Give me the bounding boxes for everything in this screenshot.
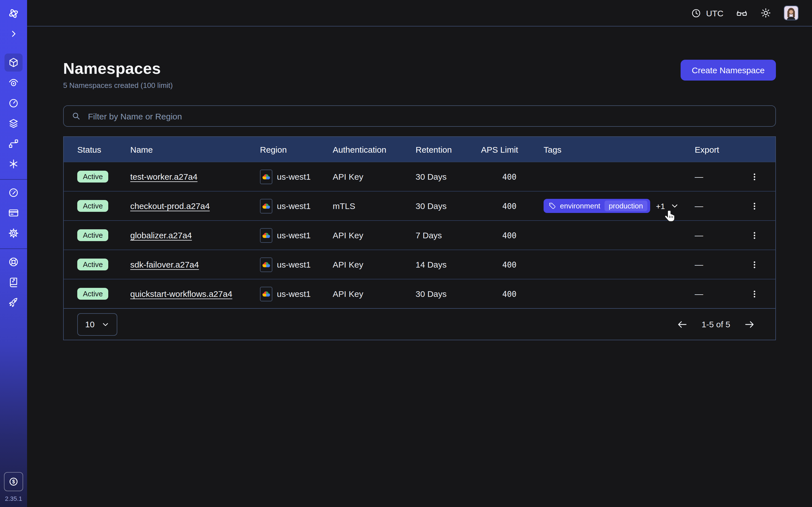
table-header-row: Status Name Region Authentication Retent…	[64, 137, 775, 162]
arrow-right-icon	[744, 319, 755, 330]
sidebar-item-namespaces[interactable]	[4, 54, 22, 71]
pagination-range: 1-5 of 5	[702, 320, 730, 329]
accessibility-glasses-button[interactable]	[736, 7, 748, 19]
column-header-authentication: Authentication	[333, 145, 416, 154]
branch-icon	[8, 138, 19, 149]
gcp-region-icon	[260, 286, 272, 301]
aps-limit-cell: 400	[481, 231, 544, 240]
tag-key: environment	[560, 202, 600, 210]
gcp-region-icon	[260, 257, 272, 272]
status-badge: Active	[77, 288, 109, 300]
sidebar-item-usage[interactable]	[4, 184, 22, 202]
svg-text:$: $	[12, 479, 15, 485]
row-actions-button[interactable]	[748, 228, 761, 242]
filter-search-box[interactable]	[63, 105, 776, 127]
previous-page-button[interactable]	[677, 319, 688, 330]
sidebar-expand-button[interactable]	[4, 25, 22, 43]
sidebar-item-billing[interactable]	[4, 204, 22, 222]
gcp-region-icon	[260, 199, 272, 213]
lifebuoy-icon	[8, 256, 19, 268]
sun-icon	[760, 7, 771, 18]
sidebar-item-workflows[interactable]	[4, 135, 22, 153]
status-badge: Active	[77, 259, 109, 270]
sidebar-item-docs[interactable]	[4, 273, 22, 291]
create-namespace-button[interactable]: Create Namespace	[680, 60, 776, 80]
sidebar-item-insights[interactable]	[4, 74, 22, 92]
user-avatar[interactable]	[784, 6, 799, 20]
credits-badge-button[interactable]: $	[4, 472, 23, 491]
region-label: us-west1	[277, 230, 311, 240]
app-version: 2.35.1	[5, 495, 22, 502]
page-title: Namespaces	[63, 60, 173, 78]
column-header-export: Export	[695, 145, 746, 154]
sidebar-item-asterisk[interactable]	[4, 155, 22, 173]
gcp-region-icon	[260, 228, 272, 242]
namespace-link[interactable]: globalizer.a27a4	[130, 230, 192, 240]
namespace-link[interactable]: sdk-failover.a27a4	[130, 260, 199, 269]
sidebar-item-settings[interactable]	[4, 224, 22, 242]
topbar: UTC	[27, 0, 812, 26]
aps-limit-cell: 400	[481, 172, 544, 181]
namespace-link[interactable]: quickstart-workflows.a27a4	[130, 289, 232, 298]
status-badge: Active	[77, 171, 109, 182]
kebab-menu-icon	[750, 231, 759, 240]
column-header-status: Status	[77, 145, 130, 154]
auth-cell: API Key	[333, 260, 416, 269]
column-header-retention: Retention	[416, 145, 481, 154]
region-label: us-west1	[277, 201, 311, 211]
row-actions-button[interactable]	[748, 258, 761, 271]
sidebar-item-layers[interactable]	[4, 114, 22, 132]
timezone-selector[interactable]: UTC	[691, 8, 723, 18]
row-actions-button[interactable]	[748, 170, 761, 183]
table-row: Active quickstart-workflows.a27a4 us-wes…	[64, 279, 775, 308]
export-cell: —	[695, 289, 746, 298]
sidebar: $ 2.35.1	[0, 0, 27, 507]
aps-limit-cell: 400	[481, 260, 544, 269]
table-row: Active sdk-failover.a27a4 us-west1 API K…	[64, 249, 775, 279]
auth-cell: API Key	[333, 289, 416, 298]
next-page-button[interactable]	[744, 319, 755, 330]
namespace-link[interactable]: test-worker.a27a4	[130, 172, 197, 181]
export-cell: —	[695, 172, 746, 181]
page-size-select[interactable]: 10	[77, 313, 117, 335]
sidebar-item-retention[interactable]	[4, 94, 22, 112]
arrow-left-icon	[677, 319, 688, 330]
row-actions-button[interactable]	[748, 199, 761, 213]
tags-expand-button[interactable]	[670, 202, 679, 210]
sidebar-divider	[0, 179, 27, 180]
gauge-icon	[8, 187, 19, 198]
tag-icon	[549, 202, 556, 210]
table-row: Active test-worker.a27a4 us-west1 API Ke…	[64, 162, 775, 191]
clock-icon	[691, 8, 702, 18]
rocket-icon	[8, 297, 19, 308]
sidebar-item-getting-started[interactable]	[4, 293, 22, 312]
theme-toggle-button[interactable]	[760, 7, 771, 18]
chevron-down-icon	[101, 320, 109, 328]
export-cell: —	[695, 260, 746, 269]
temporal-logo-icon[interactable]	[4, 4, 22, 22]
gcp-region-icon	[260, 169, 272, 184]
column-header-name: Name	[130, 145, 260, 154]
app-window: $ 2.35.1 UTC	[0, 0, 812, 507]
sidebar-item-support[interactable]	[4, 253, 22, 271]
filter-input[interactable]	[87, 111, 768, 121]
retention-cell: 30 Days	[416, 172, 481, 181]
table-row: Active checkout-prod.a27a4 us-west1 mTLS…	[64, 191, 775, 220]
row-actions-button[interactable]	[748, 287, 761, 300]
tag-more-count: +1	[656, 202, 665, 210]
namespaces-table: Status Name Region Authentication Retent…	[63, 136, 776, 340]
namespace-link[interactable]: checkout-prod.a27a4	[130, 201, 210, 211]
export-cell: —	[695, 201, 746, 211]
timer-icon	[8, 98, 19, 109]
glasses-icon	[736, 7, 748, 19]
chevron-right-icon	[8, 29, 18, 39]
tag-pill[interactable]: environment production	[544, 199, 651, 213]
page-size-value: 10	[85, 320, 94, 329]
credit-card-icon	[8, 207, 19, 219]
export-cell: —	[695, 230, 746, 240]
badge-dollar-icon: $	[8, 476, 19, 487]
layers-icon	[8, 118, 19, 129]
search-icon	[71, 111, 81, 121]
region-label: us-west1	[277, 289, 311, 298]
main-content: Namespaces 5 Namespaces created (100 lim…	[27, 27, 812, 507]
